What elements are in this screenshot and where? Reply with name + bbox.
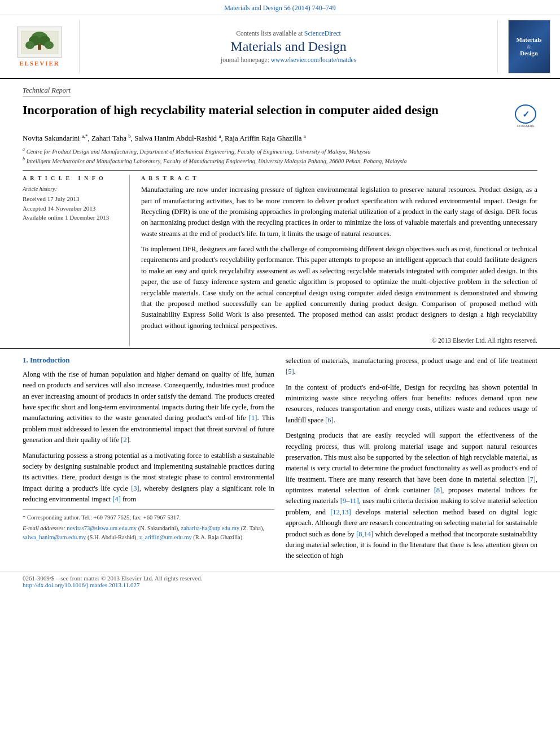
- ref-12-13: [12,13]: [330, 508, 351, 516]
- cover-title-line1: Materials: [516, 36, 541, 43]
- journal-header-right: Materials & Design: [504, 20, 554, 73]
- footnotes: * Corresponding author. Tel.: +60 7967 7…: [23, 509, 274, 541]
- elsevier-tree-icon: [19, 28, 61, 56]
- footnote-corresponding: * Corresponding author. Tel.: +60 7967 7…: [23, 513, 274, 522]
- body-right-para-2: In the context of product's end-of-life,…: [286, 382, 537, 426]
- email-link-2[interactable]: zaharita-ha@utp.edu.my: [181, 525, 240, 531]
- homepage-url[interactable]: www.elsevier.com/locate/matdes: [271, 56, 356, 63]
- body-left-para-2: Manufacturing possess a strong potential…: [23, 451, 274, 505]
- ref-2: [2]: [121, 436, 129, 444]
- ref-4: [4]: [112, 495, 121, 503]
- ref-1: [1]: [249, 414, 257, 422]
- sciencedirect-link[interactable]: ScienceDirect: [304, 30, 341, 37]
- article-info-column: A R T I C L E I N F O Article history: R…: [23, 175, 130, 346]
- ref-8: [8]: [434, 486, 443, 494]
- crossmark-icon: ✓: [522, 109, 530, 120]
- received-date: Received 17 July 2013: [23, 194, 123, 204]
- svg-point-7: [45, 41, 54, 49]
- ref-5: [5]: [286, 368, 294, 375]
- available-date: Available online 1 December 2013: [23, 213, 123, 222]
- body-right-para-1: selection of materials, manufacturing pr…: [286, 356, 537, 378]
- main-content: Technical Report Incorporation of high r…: [0, 79, 560, 346]
- sciencedirect-line: Contents lists available at ScienceDirec…: [236, 30, 340, 37]
- article-title: Incorporation of high recyclability mate…: [23, 102, 508, 118]
- body-left-para-1: Along with the rise of human population …: [23, 369, 274, 446]
- affiliation-a: a Centre for Product Design and Manufact…: [23, 146, 537, 156]
- abstract-column: A B S T R A C T Manufacturing are now un…: [141, 175, 537, 346]
- abstract-text: Manufacturing are now under increasing p…: [141, 185, 537, 346]
- article-title-block: Incorporation of high recyclability mate…: [23, 102, 537, 128]
- citation: Materials and Design 56 (2014) 740–749: [224, 4, 336, 12]
- crossmark-circle: ✓: [515, 104, 536, 124]
- body-left-column: 1. Introduction Along with the rise of h…: [23, 356, 274, 566]
- copyright-notice: © 2013 Elsevier Ltd. All rights reserved…: [141, 336, 537, 346]
- journal-homepage: journal homepage: www.elsevier.com/locat…: [221, 56, 356, 63]
- issn-bar: 0261-3069/$ – see front matter © 2013 El…: [0, 571, 560, 592]
- journal-header: ELSEVIER Contents lists available at Sci…: [0, 15, 560, 79]
- journal-header-left: ELSEVIER: [6, 20, 73, 73]
- issn-text: 0261-3069/$ – see front matter © 2013 El…: [23, 575, 202, 582]
- body-content: 1. Introduction Along with the rise of h…: [0, 349, 560, 566]
- ref-3: [3]: [131, 484, 139, 492]
- ref-6: [6]: [325, 416, 334, 424]
- crossmark-label: CrossMark: [517, 124, 534, 128]
- section-1-number: 1.: [23, 356, 28, 364]
- journal-header-center: Contents lists available at ScienceDirec…: [79, 20, 498, 73]
- svg-rect-5: [38, 44, 41, 50]
- svg-point-6: [25, 41, 34, 49]
- abstract-heading: A B S T R A C T: [141, 175, 537, 181]
- article-body-columns: A R T I C L E I N F O Article history: R…: [23, 170, 537, 346]
- elsevier-logo: ELSEVIER: [17, 27, 62, 67]
- ref-7: [7]: [527, 475, 536, 483]
- abstract-paragraph-2: To implement DFR, designers are faced wi…: [141, 244, 537, 331]
- email-label: E-mail addresses:: [23, 525, 65, 531]
- footnote-email: E-mail addresses: novitas73@siswa.um.edu…: [23, 524, 274, 542]
- sciencedirect-prefix: Contents lists available at: [236, 30, 303, 37]
- journal-name: Materials and Design: [230, 39, 346, 54]
- body-right-column: selection of materials, manufacturing pr…: [286, 356, 537, 566]
- journal-cover-image: Materials & Design: [508, 20, 550, 73]
- section-1-label: Introduction: [30, 356, 70, 364]
- email-link-4[interactable]: z_ariffin@um.edu.my: [139, 534, 192, 540]
- affiliation-b: b Intelligent Mechatronics and Manufactu…: [23, 156, 537, 165]
- body-right-para-3: Designing products that are easily recyc…: [286, 430, 537, 562]
- abstract-paragraph-1: Manufacturing are now under increasing p…: [141, 185, 537, 239]
- cover-title-line2: Design: [520, 50, 538, 57]
- ref-9-11: [9–11]: [340, 497, 359, 505]
- crossmark-badge: ✓ CrossMark: [514, 104, 537, 128]
- authors-line: Novita Sakundarini a,*, Zahari Taha b, S…: [23, 133, 537, 144]
- doi-link[interactable]: http://dx.doi.org/10.1016/j.matdes.2013.…: [23, 582, 139, 588]
- article-type: Technical Report: [23, 86, 71, 97]
- article-history-heading: Article history:: [23, 186, 123, 192]
- homepage-label: journal homepage:: [221, 56, 269, 63]
- article-info-heading: A R T I C L E I N F O: [23, 175, 123, 181]
- email-link-3[interactable]: salwa_hanim@um.edu.my: [23, 534, 86, 540]
- accepted-date: Accepted 14 November 2013: [23, 204, 123, 213]
- section-1-title: 1. Introduction: [23, 356, 274, 365]
- top-bar: Materials and Design 56 (2014) 740–749: [0, 0, 560, 15]
- elsevier-brand-text: ELSEVIER: [19, 60, 60, 67]
- elsevier-logo-image: [17, 27, 62, 58]
- cover-amp: &: [527, 44, 531, 50]
- email-link-1[interactable]: novitas73@siswa.um.edu.my: [67, 525, 137, 531]
- affiliations: a Centre for Product Design and Manufact…: [23, 146, 537, 165]
- ref-8-14: [8,14]: [356, 530, 373, 538]
